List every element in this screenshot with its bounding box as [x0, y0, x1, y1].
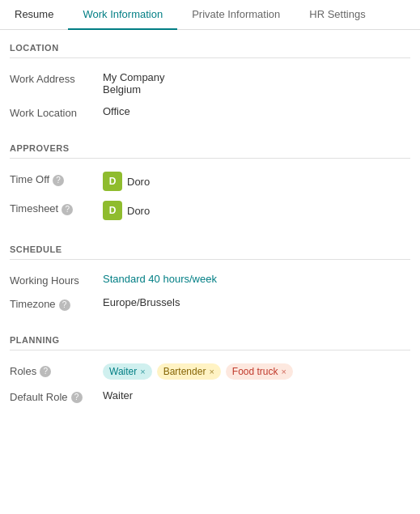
timezone-value: Europe/Brussels	[103, 296, 410, 308]
default-role-row: Default Role? Waiter	[10, 384, 410, 409]
default-role-label: Default Role?	[10, 389, 103, 404]
roles-value: Waiter×Bartender×Food truck×	[103, 363, 410, 380]
timesheet-approver: D Doro	[103, 201, 150, 220]
timezone-help-icon[interactable]: ?	[59, 299, 70, 311]
time-off-row: Time Off? D Doro	[10, 167, 410, 196]
tab-hr-settings[interactable]: HR Settings	[295, 0, 380, 30]
work-address-label: Work Address	[10, 71, 103, 85]
role-tag-label: Waiter	[109, 366, 137, 377]
role-tag[interactable]: Food truck×	[226, 363, 293, 380]
role-tag[interactable]: Waiter×	[103, 363, 152, 380]
work-location-row: Work Location Office	[10, 100, 410, 124]
time-off-approver: D Doro	[103, 172, 150, 191]
roles-label: Roles?	[10, 363, 103, 378]
role-tag[interactable]: Bartender×	[157, 363, 221, 380]
default-role-help-icon[interactable]: ?	[71, 392, 83, 403]
time-off-help-icon[interactable]: ?	[53, 175, 64, 186]
time-off-approver-name: Doro	[127, 176, 150, 188]
section-schedule-title: SCHEDULE	[10, 232, 410, 260]
timesheet-row: Timesheet? D Doro	[10, 196, 410, 225]
section-location-title: LOCATION	[10, 30, 410, 58]
role-tag-label: Bartender	[163, 366, 206, 377]
work-address-value: My Company Belgium	[103, 71, 410, 96]
tab-resume[interactable]: Resume	[0, 0, 68, 30]
timezone-label: Timezone?	[10, 296, 103, 311]
work-location-label: Work Location	[10, 105, 103, 119]
section-approvers-title: APPROVERS	[10, 130, 410, 159]
role-tag-remove[interactable]: ×	[140, 367, 145, 376]
time-off-label: Time Off?	[10, 172, 103, 186]
tab-private-information[interactable]: Private Information	[177, 0, 295, 30]
roles-help-icon[interactable]: ?	[40, 366, 51, 377]
tab-work-information[interactable]: Work Information	[68, 0, 177, 30]
timezone-row: Timezone? Europe/Brussels	[10, 291, 410, 316]
roles-tags: Waiter×Bartender×Food truck×	[103, 363, 410, 380]
default-role-value: Waiter	[103, 389, 410, 401]
section-planning-title: PLANNING	[10, 322, 410, 350]
timesheet-label: Timesheet?	[10, 201, 103, 215]
role-tag-label: Food truck	[232, 366, 278, 377]
time-off-value: D Doro	[103, 172, 410, 191]
timesheet-value: D Doro	[103, 201, 410, 220]
role-tag-remove[interactable]: ×	[209, 367, 214, 376]
tab-bar: Resume Work Information Private Informat…	[0, 0, 420, 30]
role-tag-remove[interactable]: ×	[282, 367, 286, 376]
working-hours-label: Working Hours	[10, 273, 103, 287]
work-address-row: Work Address My Company Belgium	[10, 66, 410, 100]
roles-row: Roles? Waiter×Bartender×Food truck×	[10, 359, 410, 384]
work-address-company[interactable]: My Company	[103, 71, 410, 83]
work-address-country: Belgium	[103, 83, 410, 96]
timesheet-help-icon[interactable]: ?	[62, 204, 73, 215]
time-off-avatar: D	[103, 172, 122, 191]
work-location-value: Office	[103, 105, 410, 117]
working-hours-row: Working Hours Standard 40 hours/week	[10, 268, 410, 291]
main-content: LOCATION Work Address My Company Belgium…	[0, 30, 420, 424]
timesheet-approver-name: Doro	[127, 205, 150, 217]
working-hours-value[interactable]: Standard 40 hours/week	[103, 273, 410, 285]
timesheet-avatar: D	[103, 201, 122, 220]
